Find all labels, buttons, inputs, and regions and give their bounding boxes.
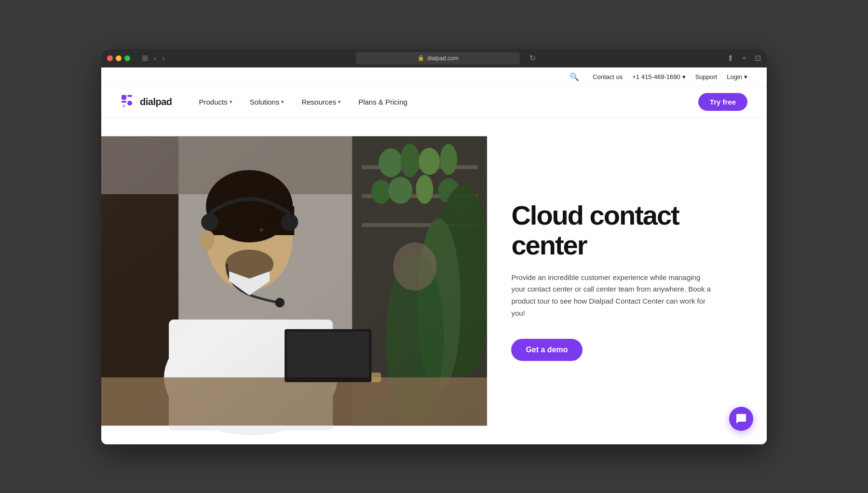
traffic-lights	[107, 55, 130, 61]
close-button[interactable]	[107, 55, 113, 61]
resources-chevron-icon: ▾	[338, 99, 341, 105]
phone-chevron-icon: ▾	[682, 73, 686, 80]
lock-icon: 🔒	[418, 55, 424, 61]
nav-items: Products ▾ Solutions ▾ Resources ▾ Plans…	[191, 94, 698, 110]
chat-widget[interactable]	[729, 407, 753, 431]
browser-controls: ⊞ ‹ ›	[142, 53, 165, 63]
nav-solutions[interactable]: Solutions ▾	[242, 94, 292, 110]
tabs-overview-button[interactable]: ⊡	[755, 53, 761, 63]
hero-photo-svg	[101, 118, 487, 444]
nav-resources[interactable]: Resources ▾	[294, 94, 349, 110]
logo[interactable]: dialpad	[121, 94, 172, 109]
maximize-button[interactable]	[124, 55, 130, 61]
hero-section: Cloud contact center Provide an incredib…	[101, 118, 767, 444]
back-button[interactable]: ‹	[154, 54, 156, 63]
support-link[interactable]: Support	[695, 73, 718, 80]
login-chevron-icon: ▾	[744, 73, 747, 80]
nav-pricing[interactable]: Plans & Pricing	[351, 94, 415, 110]
hero-image	[101, 118, 487, 444]
address-bar-container: 🔒 dialpad.com ↻	[169, 52, 723, 65]
contact-us-link[interactable]: Contact us	[593, 73, 623, 80]
svg-rect-2	[127, 95, 132, 97]
new-tab-button[interactable]: ＋	[740, 53, 748, 63]
hero-description: Provide an incredible customer experienc…	[511, 272, 714, 320]
url-text: dialpad.com	[427, 55, 459, 62]
svg-rect-1	[122, 101, 126, 103]
svg-rect-42	[101, 136, 487, 425]
chat-icon	[735, 413, 747, 425]
logo-text: dialpad	[140, 96, 172, 107]
hero-title: Cloud contact center	[511, 200, 738, 260]
solutions-chevron-icon: ▾	[281, 99, 284, 105]
main-nav: dialpad Products ▾ Solutions ▾ Resources…	[101, 87, 767, 118]
login-link[interactable]: Login ▾	[727, 73, 747, 80]
nav-products[interactable]: Products ▾	[191, 94, 240, 110]
minimize-button[interactable]	[116, 55, 122, 61]
sidebar-toggle-button[interactable]: ⊞	[142, 53, 148, 63]
forward-button[interactable]: ›	[162, 54, 164, 63]
share-button[interactable]: ⬆	[727, 53, 733, 63]
search-icon[interactable]: 🔍	[570, 72, 579, 81]
website-content: 🔍 Contact us +1 415-469-1690 ▾ Support L…	[101, 67, 767, 444]
products-chevron-icon: ▾	[230, 99, 232, 105]
hero-content: Cloud contact center Provide an incredib…	[487, 118, 767, 444]
svg-point-4	[122, 105, 125, 107]
try-free-button[interactable]: Try free	[698, 93, 747, 111]
utility-bar: 🔍 Contact us +1 415-469-1690 ▾ Support L…	[101, 67, 767, 87]
svg-point-3	[127, 101, 132, 106]
get-demo-button[interactable]: Get a demo	[511, 339, 582, 361]
dialpad-logo-icon	[121, 94, 136, 109]
phone-number[interactable]: +1 415-469-1690 ▾	[632, 73, 685, 80]
browser-right-controls: ⬆ ＋ ⊡	[727, 53, 761, 63]
refresh-button[interactable]: ↻	[529, 53, 536, 63]
browser-window: ⊞ ‹ › 🔒 dialpad.com ↻ ⬆ ＋ ⊡ 🔍 Contact us…	[101, 49, 767, 444]
svg-rect-0	[122, 95, 126, 100]
browser-titlebar: ⊞ ‹ › 🔒 dialpad.com ↻ ⬆ ＋ ⊡	[101, 49, 767, 67]
address-bar[interactable]: 🔒 dialpad.com	[356, 52, 520, 65]
